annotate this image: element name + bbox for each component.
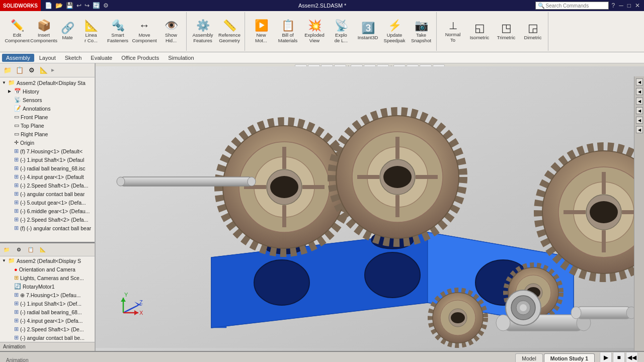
tree-input-gear2[interactable]: ⊞ (-) 4.input gear<1> (Defa... <box>0 316 95 325</box>
smart-fasteners-btn[interactable]: 🔩 SmartFasteners <box>105 14 131 50</box>
move-component-icon: ↔️ <box>139 20 150 31</box>
sidebar-dim-expert[interactable]: 📐 <box>38 65 49 76</box>
tree-assem2-root2[interactable]: ▼ 📁 Assem2 (Default<Display S <box>0 256 95 265</box>
save-btn[interactable]: 💾 <box>65 2 74 9</box>
dimetric-btn[interactable]: ◲ Dimetric <box>520 14 546 50</box>
tree-annotations[interactable]: 📝 Annotations <box>0 104 95 113</box>
3d-viewport[interactable]: 🔍 🔎 ✋ ↗ ↖ □ ▽ ◁ ⬡ ⬤ 🌐 <box>96 63 644 351</box>
sidebar-property-manager[interactable]: 📋 <box>14 65 25 76</box>
menu-sketch[interactable]: Sketch <box>61 54 86 62</box>
sidebar-btn2[interactable]: ⚙ <box>13 244 24 255</box>
take-snapshot-btn[interactable]: 📷 TakeSnapshot <box>408 14 434 50</box>
tree-housing2[interactable]: ⊞ ⊕ 7.Housing<1> (Defau... <box>0 291 95 299</box>
minimize-btn[interactable]: ─ <box>618 2 624 9</box>
redo-btn[interactable]: ↪ <box>84 2 91 9</box>
menu-layout[interactable]: Layout <box>35 54 60 62</box>
linear-component-btn[interactable]: 📐 Linear Co... <box>78 14 104 50</box>
linear-component-label: Linear Co... <box>85 32 98 43</box>
sidebar-collapse[interactable]: ▶ <box>50 68 55 72</box>
normal-to-btn[interactable]: ⊥ NormalTo <box>440 14 466 50</box>
svg-point-58 <box>571 307 581 319</box>
orientation-camera-label: Orientation and Camera <box>19 266 75 273</box>
edit-component-btn[interactable]: ✏️ EditComponent <box>4 14 30 50</box>
tree-rotary-motor[interactable]: 🔄 RotaryMotor1 <box>0 282 95 291</box>
tab-motion-study-1[interactable]: Motion Study 1 <box>544 353 595 362</box>
new-motion-btn[interactable]: ▶️ NewMot... <box>248 14 274 50</box>
svg-point-67 <box>520 304 527 311</box>
close-btn[interactable]: ✕ <box>634 2 641 9</box>
tree-housing[interactable]: ⊞ (f) 7.Housing<1> (Default< <box>0 147 95 155</box>
sidebar-config-manager[interactable]: ⚙ <box>26 65 37 76</box>
reference-geometry-btn[interactable]: 📏 ReferenceGeometry <box>216 14 243 50</box>
rebuild-btn[interactable]: 🔄 <box>92 2 101 9</box>
search-input[interactable] <box>546 3 606 9</box>
menu-simulation[interactable]: Simulation <box>164 54 198 62</box>
help-btn[interactable]: ? <box>611 2 616 9</box>
tree-front-plane[interactable]: ▭ Front Plane <box>0 113 95 121</box>
tree-radial-ball2[interactable]: ⊞ (-) radial ball bearing_68... <box>0 308 95 316</box>
menu-evaluate[interactable]: Evaluate <box>87 54 116 62</box>
open-btn[interactable]: 📂 <box>54 2 64 9</box>
sidebar-btn4[interactable]: 📐 <box>37 244 48 255</box>
tree-angular-contact[interactable]: ⊞ (-) angular contact ball bear <box>0 190 95 198</box>
trimetric-btn[interactable]: ◳ Trimetric <box>493 14 519 50</box>
exploded-view-btn[interactable]: 💥 ExplodedView <box>301 14 328 50</box>
undo-btn[interactable]: ↩ <box>75 2 83 9</box>
bill-of-materials-btn[interactable]: 📋 Bill ofMaterials <box>275 14 301 50</box>
search-box[interactable]: 🔍 <box>535 2 609 10</box>
take-snapshot-label: TakeSnapshot <box>411 32 431 43</box>
sidebar-btn1[interactable]: 📁 <box>1 244 12 255</box>
tree-right-plane[interactable]: ▭ Right Plane <box>0 130 95 138</box>
tree-input-shaft[interactable]: ⊞ (-) 1.input Shaft<1> (Defaul <box>0 155 95 164</box>
show-hide-btn[interactable]: 👁️ ShowHid... <box>158 14 184 50</box>
tree-top-plane[interactable]: ▭ Top Plane <box>0 121 95 130</box>
tree-input-gear[interactable]: ⊞ (-) 4.input gear<1> (Default <box>0 172 95 181</box>
options-btn[interactable]: ⚙ <box>102 2 110 9</box>
tab-model[interactable]: Model <box>515 353 543 362</box>
menu-assembly[interactable]: Assembly <box>2 54 34 62</box>
tree-speed-shaft2[interactable]: ⊞ (-) 2.Speed Shaft<2> (Defa... <box>0 215 95 224</box>
tree-lights-cameras[interactable]: ⊞ Lights, Cameras and Sce... <box>0 274 95 282</box>
rp-btn5[interactable]: ◀ <box>636 117 643 124</box>
rp-btn4[interactable]: ◀ <box>636 107 643 114</box>
tree-angular-contact1b[interactable]: ⊞ (-) angular contact ball be... <box>0 333 95 342</box>
instant3d-btn[interactable]: 3️⃣ Instant3D <box>355 14 381 50</box>
menu-office-products[interactable]: Office Products <box>117 54 163 62</box>
rp-btn2[interactable]: ◀ <box>636 88 643 95</box>
new-btn[interactable]: 📄 <box>44 2 53 9</box>
mate-btn[interactable]: 🔗 Mate <box>57 14 77 50</box>
tree-orientation-camera[interactable]: ● Orientation and Camera <box>0 265 95 274</box>
toolbar-group-orientation: ⊥ NormalTo ◱ Isometric ◳ Trimetric ◲ Dim… <box>438 12 548 51</box>
tree-input-shaft2[interactable]: ⊞ (-) 1.input Shaft<1> (Def... <box>0 299 95 308</box>
maximize-btn[interactable]: □ <box>626 2 632 9</box>
insert-components-btn[interactable]: 📦 InsertComponents <box>31 14 57 50</box>
tree-assem2-root[interactable]: ▼ 📁 Assem2 (Default<Display Sta <box>0 78 95 87</box>
sidebar-btn3[interactable]: 📋 <box>25 244 36 255</box>
tree-angular-contact2[interactable]: ⊞ (f) (-) angular contact ball bear <box>0 224 95 232</box>
tree-sensors[interactable]: 📡 Sensors <box>0 96 95 104</box>
assembly-features-btn[interactable]: ⚙️ AssemblyFeatures <box>190 14 216 50</box>
rp-btn1[interactable]: ◀ <box>636 78 643 85</box>
tree-middle-gear[interactable]: ⊞ (-) 6.middle gear<1> (Defau... <box>0 207 95 215</box>
speed-shaft2-label: (-) 2.Speed Shaft<2> (Defa... <box>20 217 88 223</box>
tree-speed-shaft1[interactable]: ⊞ (-) 2.Speed Shaft<1> (Defa... <box>0 181 95 190</box>
tree-history[interactable]: ▶ 📅 History <box>0 87 95 96</box>
explode-line-btn[interactable]: 📡 Explode L... <box>328 14 354 50</box>
sidebar-feature-manager[interactable]: 📁 <box>2 65 13 76</box>
move-component-btn[interactable]: ↔️ MoveComponent <box>131 14 157 50</box>
play-btn[interactable]: ▶ <box>600 352 612 362</box>
assembly-icon: 📁 <box>8 79 15 86</box>
search-icon: 🔍 <box>538 3 545 9</box>
rp-btn3[interactable]: ◀ <box>636 98 643 105</box>
rewind-btn[interactable]: ◀◀ <box>626 352 638 362</box>
rp-btn6[interactable]: ◀ <box>636 126 643 133</box>
tree-speed-shaft1b[interactable]: ⊞ (-) 2.Speed Shaft<1> (De... <box>0 325 95 333</box>
update-speedpak-btn[interactable]: ⚡ UpdateSpeedpak <box>381 14 408 50</box>
tree-output-gear[interactable]: ⊞ (-) 5.output gear<1> (Defa... <box>0 198 95 207</box>
tree-origin[interactable]: ✛ Origin <box>0 138 95 147</box>
stop-btn[interactable]: ■ <box>613 352 625 362</box>
tree-radial-ball[interactable]: ⊞ (-) radial ball bearing_68.isc <box>0 164 95 172</box>
isometric-btn[interactable]: ◱ Isometric <box>466 14 493 50</box>
radial-ball2-label: (-) radial ball bearing_68... <box>20 309 82 315</box>
part-icon: ⊞ <box>14 148 19 154</box>
